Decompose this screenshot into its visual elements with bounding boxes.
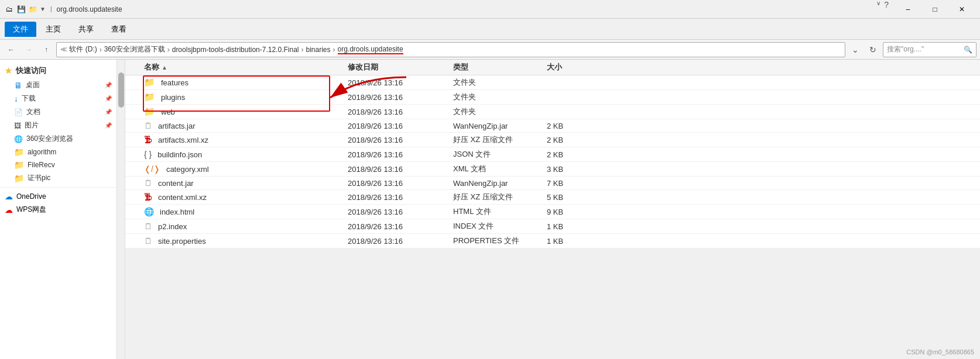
sidebar-item-label-pictures: 图片 [25,120,39,130]
ribbon: 文件 主页 共享 查看 [0,19,980,40]
sort-arrow-name: ▲ [162,64,167,71]
watermark: CSDN @m0_58680865 [906,348,974,355]
wps-icon: ☁ [5,205,13,215]
sidebar-item-filerecv[interactable]: 📁 FileRecv [0,158,116,171]
title-bar-icons: 🗂 💾 📁 ▼ | [5,5,52,14]
sidebar-item-download[interactable]: ↓ 下载 📌 [0,92,116,105]
file-type: 好压 XZ 压缩文件 [453,134,547,145]
maximize-button[interactable]: □ [921,0,948,19]
breadcrumb-360: 360安全浏览器下载 [104,44,165,54]
sidebar-item-algorithm[interactable]: 📁 algorithm [0,146,116,158]
table-row[interactable]: 🗜 artifacts.xml.xz 2018/9/26 13:16 好压 XZ… [125,133,980,147]
table-row[interactable]: 📁 web 2018/9/26 13:16 文件夹 [125,105,980,119]
file-type: HTML 文件 [453,206,547,217]
sidebar-item-label-onedrive: OneDrive [16,192,46,201]
file-size: 1 KB [547,222,594,231]
file-name: plugins [161,93,185,102]
sidebar-item-label-browser: 360安全浏览器 [26,134,73,144]
sidebar: ★ 快速访问 🖥 桌面 📌 ↓ 下载 📌 📄 文档 📌 🖼 图片 📌 🌐 360… [0,60,117,359]
file-list: 名称 ▲ 修改日期 类型 大小 📁 features 2018/9/26 13:… [125,60,980,248]
file-type: WanNengZip.jar [453,122,547,130]
table-row[interactable]: 🗜 content.xml.xz 2018/9/26 13:16 好压 XZ 压… [125,190,980,205]
search-placeholder-text: 搜索"org...." [887,44,924,54]
file-name: web [161,108,175,116]
file-date: 2018/9/26 13:16 [348,179,453,188]
table-row[interactable]: 🗒 p2.index 2018/9/26 13:16 INDEX 文件 1 KB [125,219,980,234]
column-header-date[interactable]: 修改日期 [348,62,453,73]
file-size: 3 KB [547,165,594,174]
file-date: 2018/9/26 13:16 [348,165,453,174]
search-box[interactable]: 搜索"org...." 🔍 [883,42,976,57]
table-row[interactable]: { } buildinfo.json 2018/9/26 13:16 JSON … [125,147,980,162]
folder-yellow-icon-alg: 📁 [14,147,24,157]
sidebar-item-desktop[interactable]: 🖥 桌面 📌 [0,78,116,92]
chevron-down-icon[interactable]: ∨ [876,0,880,19]
file-name: content.xml.xz [158,193,207,202]
table-row[interactable]: 🗒 site.properties 2018/9/26 13:16 PROPER… [125,234,980,248]
back-button[interactable]: ← [4,42,19,57]
file-size: 5 KB [547,193,594,202]
folder-icon: 📁 [28,5,37,14]
close-button[interactable]: ✕ [948,0,975,19]
column-header-size[interactable]: 大小 [547,62,594,73]
sidebar-item-pictures[interactable]: 🖼 图片 📌 [0,119,116,132]
file-date: 2018/9/26 13:16 [348,108,453,116]
file-date: 2018/9/26 13:16 [348,237,453,246]
file-name: buildinfo.json [157,150,202,159]
pin-icon-documents: 📌 [105,109,112,115]
pin-icon-desktop: 📌 [105,82,112,88]
minimize-button[interactable]: – [895,0,921,19]
table-row[interactable]: 🗒 content.jar 2018/9/26 13:16 WanNengZip… [125,177,980,190]
up-button[interactable]: ↑ [39,42,54,57]
refresh-button[interactable]: ↻ [865,42,880,57]
tab-share[interactable]: 共享 [70,22,102,37]
sidebar-divider [0,187,116,188]
file-rows-container: 📁 features 2018/9/26 13:16 文件夹 📁 plugins… [125,75,980,248]
sidebar-item-label-wps: WPS网盘 [16,205,46,215]
file-date: 2018/9/26 13:16 [348,78,453,87]
quick-access-header[interactable]: ★ 快速访问 [0,63,116,78]
sidebar-item-onedrive[interactable]: ☁ OneDrive [0,190,116,203]
sidebar-scrollbar[interactable] [117,60,125,359]
column-header-type[interactable]: 类型 [453,62,547,73]
scrollbar-thumb[interactable] [118,73,124,108]
help-icon[interactable]: ? [884,0,889,19]
table-row[interactable]: 📁 features 2018/9/26 13:16 文件夹 [125,75,980,90]
star-icon: ★ [5,66,12,75]
window-title: org.drools.updatesite [57,5,877,13]
browser-icon: 🌐 [14,135,23,143]
file-list-wrapper: 名称 ▲ 修改日期 类型 大小 📁 features 2018/9/26 13:… [125,60,980,359]
sidebar-item-documents[interactable]: 📄 文档 📌 [0,105,116,119]
table-row[interactable]: 📁 plugins 2018/9/26 13:16 文件夹 [125,90,980,105]
tab-home[interactable]: 主页 [37,22,69,37]
sidebar-item-wps[interactable]: ☁ WPS网盘 [0,203,116,216]
sidebar-item-label-documents: 文档 [26,107,40,117]
sidebar-item-browser[interactable]: 🌐 360安全浏览器 [0,132,116,146]
sidebar-item-cert[interactable]: 📁 证书pic [0,171,116,185]
file-type: XML 文档 [453,164,547,174]
file-name: content.jar [158,179,194,188]
tab-view[interactable]: 查看 [103,22,135,37]
table-row[interactable]: 🌐 index.html 2018/9/26 13:16 HTML 文件 9 K… [125,205,980,219]
tab-file[interactable]: 文件 [5,22,36,37]
file-date: 2018/9/26 13:16 [348,222,453,231]
file-type: JSON 文件 [453,149,547,160]
file-name: category.xml [166,165,209,174]
file-size: 1 KB [547,237,594,246]
table-row[interactable]: ❬/❭ category.xml 2018/9/26 13:16 XML 文档 … [125,162,980,177]
table-row[interactable]: 🗒 artifacts.jar 2018/9/26 13:16 WanNengZ… [125,119,980,133]
file-name: index.html [160,208,194,216]
file-name: artifacts.jar [158,122,196,130]
main-area: ★ 快速访问 🖥 桌面 📌 ↓ 下载 📌 📄 文档 📌 🖼 图片 📌 🌐 360… [0,60,980,359]
file-type: 文件夹 [453,106,547,117]
sidebar-item-label-cert: 证书pic [28,173,50,183]
breadcrumb-binaries: binaries [306,46,330,54]
dropdown-button[interactable]: ⌄ [848,42,863,57]
pic-icon: 🖼 [14,122,21,130]
address-box[interactable]: ≪ 软件 (D:) › 360安全浏览器下载 › droolsjbpm-tool… [56,42,845,57]
onedrive-icon: ☁ [5,192,13,201]
pin-icon-pictures: 📌 [105,122,112,129]
file-date: 2018/9/26 13:16 [348,136,453,144]
forward-button[interactable]: → [21,42,36,57]
column-header-name[interactable]: 名称 ▲ [125,62,348,73]
